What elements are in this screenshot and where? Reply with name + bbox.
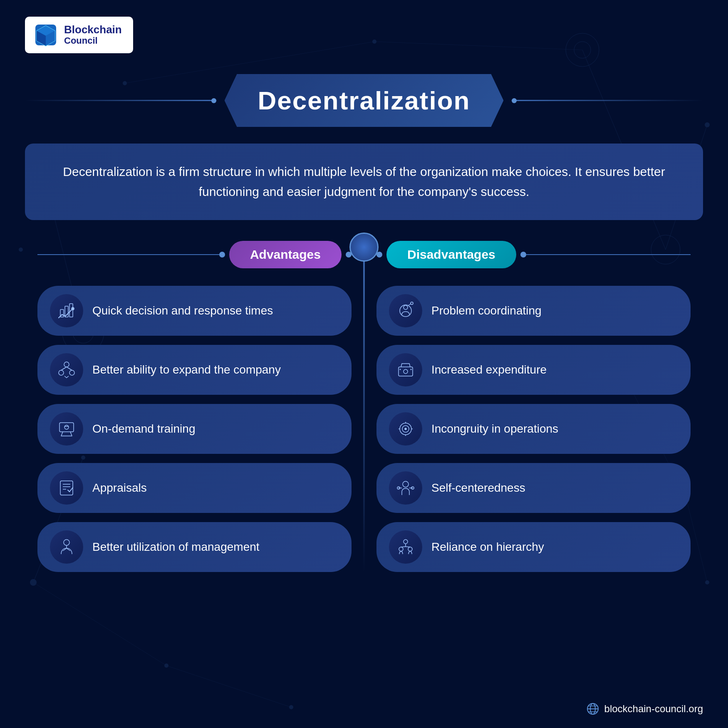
appraisals-text: Appraisals — [92, 480, 147, 495]
title-line-left — [25, 100, 216, 101]
logo: Blockchain Council — [25, 17, 133, 53]
reliance-icon — [389, 530, 422, 564]
svg-point-38 — [69, 370, 74, 375]
management-icon — [50, 530, 83, 564]
expand-text: Better ability to expand the company — [92, 362, 281, 377]
globe-icon — [586, 702, 599, 716]
columns-wrapper: Advantages Quick decision and response t… — [25, 241, 703, 572]
title-line-right — [512, 100, 703, 101]
svg-point-55 — [411, 302, 413, 305]
selfcentered-text: Self-centeredness — [431, 480, 525, 495]
footer-url: blockchain-council.org — [604, 703, 703, 715]
training-icon — [50, 412, 83, 446]
disadvantage-item-hierarchy: Reliance on hierarchy — [376, 522, 691, 572]
quick-decision-icon — [50, 294, 83, 327]
disadvantage-item-expenditure: Increased expenditure — [376, 345, 691, 395]
hierarchy-text: Reliance on hierarchy — [431, 540, 544, 555]
training-text: On-demand training — [92, 421, 195, 436]
appraisals-icon — [50, 471, 83, 505]
disadvantages-label: Disadvantages — [386, 241, 516, 268]
svg-point-53 — [404, 305, 408, 310]
svg-line-76 — [401, 547, 406, 547]
svg-point-73 — [399, 547, 403, 551]
disadvantages-header-line — [526, 254, 691, 255]
advantages-header: Advantages — [37, 241, 352, 268]
advantage-item-appraisals: Appraisals — [37, 463, 352, 513]
svg-point-35 — [72, 307, 74, 310]
disadvantages-column: Disadvantages Problem coordinating Incre… — [364, 241, 703, 572]
advantages-label: Advantages — [229, 241, 342, 268]
logo-icon — [33, 22, 58, 47]
svg-rect-41 — [59, 423, 74, 432]
selfcentered-icon — [389, 471, 422, 505]
svg-point-67 — [403, 481, 409, 487]
advantages-column: Advantages Quick decision and response t… — [25, 241, 364, 572]
description-box: Decentralization is a firm structure in … — [25, 144, 703, 220]
quick-decision-text: Quick decision and response times — [92, 303, 273, 318]
svg-point-57 — [404, 369, 408, 374]
svg-line-77 — [406, 547, 410, 547]
logo-text: Blockchain Council — [64, 24, 122, 47]
advantage-item-quick-decision: Quick decision and response times — [37, 286, 352, 336]
expenditure-icon — [389, 353, 422, 386]
incongruity-text: Incongruity in operations — [431, 421, 558, 436]
expand-icon — [50, 353, 83, 386]
advantage-item-management: Better utilization of management — [37, 522, 352, 572]
title-section: Decentralization — [25, 74, 703, 127]
page-title: Decentralization — [258, 86, 470, 115]
title-box: Decentralization — [225, 74, 504, 127]
management-text: Better utilization of management — [92, 540, 260, 555]
description-text: Decentralization is a firm structure in … — [50, 162, 678, 202]
advantage-item-training: On-demand training — [37, 404, 352, 454]
center-circle — [349, 233, 379, 262]
svg-point-42 — [64, 425, 69, 429]
coordinating-text: Problem coordinating — [431, 303, 542, 318]
svg-line-39 — [61, 367, 67, 370]
advantage-item-expand: Better ability to expand the company — [37, 345, 352, 395]
disadvantage-item-selfcentered: Self-centeredness — [376, 463, 691, 513]
disadvantage-item-incongruity: Incongruity in operations — [376, 404, 691, 454]
coordinating-icon — [389, 294, 422, 327]
svg-point-36 — [64, 362, 69, 367]
svg-point-72 — [404, 540, 408, 544]
disadvantages-header-dot2 — [520, 252, 526, 258]
expenditure-text: Increased expenditure — [431, 362, 547, 377]
svg-line-40 — [67, 367, 72, 370]
svg-rect-56 — [399, 367, 413, 376]
advantages-header-dot — [219, 252, 225, 258]
disadvantage-item-coordinating: Problem coordinating — [376, 286, 691, 336]
center-divider — [363, 241, 365, 572]
footer: blockchain-council.org — [586, 702, 703, 716]
svg-point-62 — [405, 428, 406, 430]
svg-point-52 — [400, 305, 411, 317]
svg-point-37 — [59, 370, 64, 375]
svg-point-48 — [64, 540, 69, 545]
svg-rect-44 — [60, 481, 73, 495]
svg-point-74 — [408, 547, 412, 551]
disadvantages-header: Disadvantages — [376, 241, 691, 268]
incongruity-icon — [389, 412, 422, 446]
advantages-header-line — [37, 254, 219, 255]
